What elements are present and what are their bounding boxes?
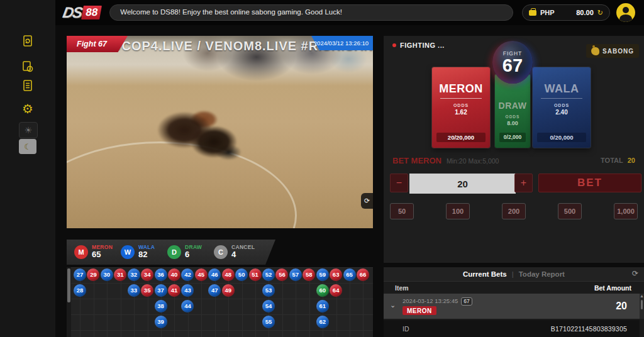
logo-88-text: 88 [81,6,102,19]
provider-name: SABONG [602,48,634,55]
amount-column-header: Bet Amount [594,284,631,292]
result-ball-31: 31 [114,268,126,281]
cancel-count-item: C CANCEL 4 [214,245,260,260]
results-summary: M MERON 65 W WALA 82 D DRAW 6 C CANCEL [67,240,275,265]
provider-badge[interactable]: SABONG [586,44,639,58]
total-label: TOTAL [601,157,623,164]
quick-bet-row: 501002005001,000 [390,203,638,219]
wala-odds-label: ODDS [554,103,569,108]
result-ball-44: 44 [181,300,194,312]
result-ball-56: 56 [275,268,288,281]
avatar-body-shape [619,14,632,22]
result-ball-37: 37 [155,284,167,297]
result-ball-49: 49 [222,284,235,297]
quick-bet-1000[interactable]: 1,000 [614,203,638,219]
bets-scrollbar-thumb[interactable] [641,300,643,309]
bets-scrollbar[interactable]: ▲ [640,294,644,319]
bet-row[interactable]: ⌄ 2024-03-12 13:25:4567 MERON 20 [384,294,640,319]
result-ball-54: 54 [262,300,275,312]
bets-panel-header: Current Bets | Today Report ⟳ [384,267,644,282]
bet-limits-text: Min:20 Max:5,000 [447,157,499,165]
result-ball-34: 34 [141,268,153,281]
left-sidebar: ⚙ ☀ ☾ [0,0,55,337]
wala-bet-card[interactable]: WALA ODDS 2.40 0/20,000 [533,67,591,148]
report-icon[interactable] [19,77,36,94]
ds88-logo[interactable]: DS 88 [62,4,103,21]
live-status-dot-icon [392,43,396,47]
bet-side-badge: MERON [402,306,436,315]
rooster-icon [591,47,599,55]
bet-id-label: ID [402,325,409,333]
transaction-records-icon[interactable] [19,58,36,75]
stream-timestamp-ribbon: 2024/03/12 13:26:10 [311,36,373,50]
result-ball-41: 41 [168,284,180,297]
fight-number: 67 [502,57,523,75]
result-ball-42: 42 [181,268,194,281]
bet-timestamp: 2024-03-12 13:25:4567 [402,297,472,306]
bet-button[interactable]: BET [538,174,641,192]
result-ball-48: 48 [222,268,235,281]
quick-bet-100[interactable]: 100 [446,203,470,219]
meron-count-item: M MERON 65 [74,245,121,260]
result-ball-43: 43 [181,284,194,297]
chevron-down-icon[interactable]: ⌄ [390,301,396,309]
result-ball-66: 66 [357,268,369,281]
bet-amount-input[interactable] [409,174,516,194]
draw-bet-card[interactable]: DRAW ODDS 8.00 0/2,000 [495,74,530,148]
briefcase-icon [529,10,536,16]
draw-count-item: D DRAW 6 [167,245,214,260]
divider [440,98,482,99]
scroll-up-icon[interactable]: ▲ [640,294,644,299]
result-ball-45: 45 [195,268,208,281]
quick-bet-500[interactable]: 500 [558,203,582,219]
quick-bet-200[interactable]: 200 [502,203,526,219]
result-ball-59: 59 [316,268,329,281]
dark-theme-icon[interactable]: ☾ [19,139,36,154]
meron-bet-card[interactable]: MERON ODDS 1.62 20/20,000 [432,67,490,148]
increase-amount-button[interactable]: + [514,174,533,192]
divider [541,98,582,99]
cancel-circle-icon: C [214,245,228,259]
video-refresh-icon[interactable]: ⟳ [361,193,373,209]
result-ball-30: 30 [101,268,113,281]
fight-number-medallion: FIGHT 67 [492,41,533,84]
light-theme-icon[interactable]: ☀ [19,122,38,138]
result-ball-55: 55 [262,316,275,328]
user-avatar[interactable] [616,3,635,22]
meron-odds-value: 1.62 [455,109,467,116]
wala-card-title: WALA [545,82,579,96]
result-ball-65: 65 [343,268,356,281]
settings-icon[interactable]: ⚙ [19,101,36,117]
result-ball-53: 53 [262,284,275,297]
tab-current-bets[interactable]: Current Bets [463,270,507,278]
refresh-bets-icon[interactable]: ⟳ [632,269,638,278]
wallet-button[interactable]: PHP 80.00 ↻ [522,4,610,21]
decrease-amount-button[interactable]: − [390,174,408,192]
app-root: ⚙ ☀ ☾ DS 88 Welcome to DS88! Enjoy the b… [0,0,644,337]
refresh-balance-icon[interactable]: ↻ [597,9,603,16]
result-ball-27: 27 [74,268,86,281]
result-ball-52: 52 [262,268,275,281]
draw-odds-value: 8.00 [507,120,518,126]
result-ball-29: 29 [87,268,99,281]
result-ball-32: 32 [128,268,140,281]
result-ball-61: 61 [316,300,329,312]
bet-amount-value: 20 [616,301,627,312]
grid-scrollbar[interactable] [67,267,71,337]
bet-records-icon[interactable] [19,33,36,49]
wala-count-value: 82 [138,250,155,260]
tab-today-report[interactable]: Today Report [519,270,565,278]
result-ball-58: 58 [303,268,315,281]
result-ball-47: 47 [208,284,221,297]
wallet-currency: PHP [540,9,555,16]
result-ball-50: 50 [235,268,248,281]
bet-on-text: BET MERON [392,156,441,165]
quick-bet-50[interactable]: 50 [390,203,414,219]
fight-status: FIGHTING ... [392,41,445,49]
fight-number-ribbon: Fight 67 [67,36,128,52]
live-video-player[interactable]: UCOP4.LIVE / VENOM8.LIVE #RISKISAN Fight… [67,36,373,228]
result-ball-35: 35 [141,284,153,297]
grid-scrollbar-thumb[interactable] [67,268,70,302]
tab-separator: | [512,270,514,278]
meron-count-value: 65 [92,250,113,260]
